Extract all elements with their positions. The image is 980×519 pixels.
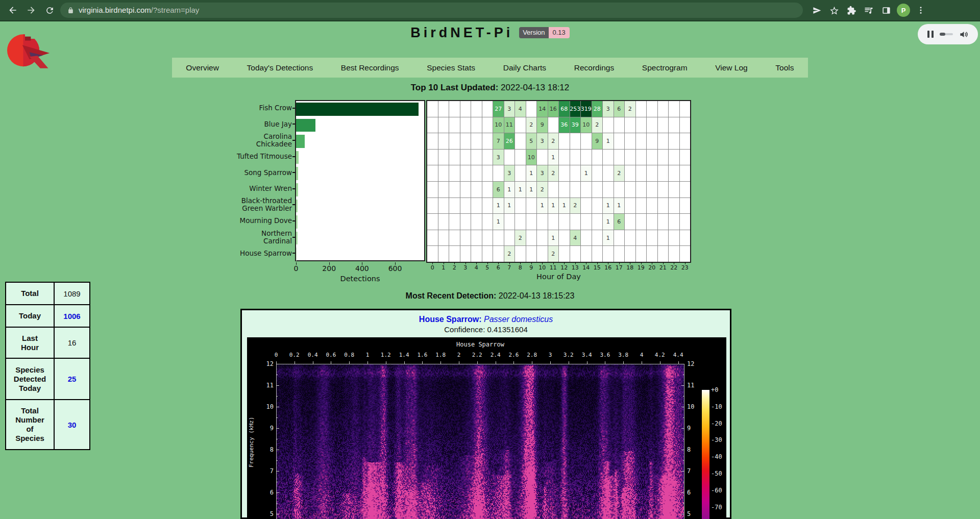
heatmap-cell: 2 [625,101,635,117]
nav-item-overview[interactable]: Overview [183,63,222,72]
url-bar[interactable]: virginia.birdnetpi.com/?stream=play [60,3,803,18]
back-button[interactable] [5,3,20,18]
slider-thumb[interactable] [940,33,945,36]
species-label-text: Mourning Dove [240,217,292,225]
species-label-black-throated-green-warbler: Black-throatedGreen Warbler [204,197,292,213]
url-text: virginia.birdnetpi.com/?stream=play [79,6,199,15]
species-label-northern-cardinal: NorthernCardinal [204,229,292,245]
spectrogram-y-tickmark [276,407,279,407]
heatmap-cell [537,230,548,246]
hour-axis-tick: 22 [670,264,677,271]
heatmap-cell [625,165,635,181]
heatmap-cell: 2 [526,117,537,133]
nav-item-daily-charts[interactable]: Daily Charts [500,63,549,72]
heatmap-cell: 39 [570,117,581,133]
forward-button[interactable] [23,3,39,18]
species-label-text: Song Sparrow [244,169,292,177]
nav-item-recordings[interactable]: Recordings [571,63,617,72]
bar-black-throated-green-warbler [296,200,298,213]
spectrogram-x-tickmark [295,361,295,364]
hour-axis-tick: 1 [442,264,445,271]
spectrogram-x-tickmark [623,361,624,364]
heatmap-cell: 14 [537,101,548,117]
heatmap-cell [427,182,438,197]
heatmap-cell [427,150,438,165]
audio-progress-slider[interactable] [940,33,953,35]
profile-avatar[interactable]: P [896,3,911,18]
playlist-button[interactable] [861,3,876,18]
hour-axis-tick: 9 [529,264,533,271]
heatmap-cell [647,165,657,181]
extensions-button[interactable] [844,3,859,18]
sidebar-button[interactable] [878,3,894,18]
send-button[interactable] [809,3,824,18]
heatmap-cell: 1 [614,198,625,214]
heatmap-cell [515,198,526,214]
heatmap-cell: 10 [493,117,504,133]
stats-table: Total1089Today1006LastHour16SpeciesDetec… [5,282,90,450]
heatmap-cell [449,182,460,197]
stats-value[interactable]: 30 [54,400,90,450]
heatmap-cell [438,246,449,262]
volume-icon[interactable] [959,30,969,39]
spectrogram-y-tick-left: 9 [259,425,274,432]
spectrogram-x-tickmark [368,361,368,364]
heatmap-cell [625,150,635,165]
nav-item-best-recordings[interactable]: Best Recordings [338,63,402,72]
species-label-text: Fish Crow [259,104,292,112]
nav-item-tools[interactable]: Tools [772,63,797,72]
heatmap-cell [658,198,669,214]
version-badge: Version 0.13 [519,27,570,38]
spectrogram-y-tick-left: 12 [259,360,274,367]
pause-icon [932,31,934,38]
pause-button[interactable] [927,31,934,38]
bar-axis-tick: 0 [294,264,299,273]
heatmap-cell [647,182,657,197]
stats-value[interactable]: 1006 [54,305,90,327]
spectrogram-y-tickmark [681,492,684,493]
stats-value[interactable]: 25 [54,358,90,400]
browser-chrome: virginia.birdnetpi.com/?stream=play P [0,0,980,21]
heatmap-cell [570,246,581,262]
heatmap-cell [471,117,482,133]
heatmap-cell [449,101,460,117]
heatmap-cell [647,198,657,214]
heatmap-cell [658,150,669,165]
heatmap-cell [504,214,515,230]
nav-item-today-s-detections[interactable]: Today's Detections [244,63,316,72]
heatmap-cell: 2 [592,117,603,133]
spectrogram-colorbar [702,390,709,519]
heatmap-cell [460,246,471,262]
nav-item-species-stats[interactable]: Species Stats [424,63,478,72]
heatmap-cell: 1 [537,198,548,214]
heatmap-cell [460,101,471,117]
spectrogram-y-tick-left: 5 [259,510,274,517]
heatmap-cell: 3 [537,165,548,181]
spectrogram-y-tickmark [681,385,684,386]
heatmap-cell [658,117,669,133]
header: BirdNET-Pi Version 0.13 [0,24,980,41]
hour-axis-tick: 2 [453,264,456,271]
heatmap-cell [515,246,526,262]
detection-species-link[interactable]: House Sparrow: [419,315,482,324]
heatmap-cell: 2 [570,198,581,214]
lock-icon [67,7,74,14]
pause-icon [927,31,929,38]
nav-item-view-log[interactable]: View Log [712,63,750,72]
heatmap-cell [526,214,537,230]
top10-label: Top 10 Last Updated: [411,83,499,92]
heatmap-cell: 1 [581,165,592,181]
reload-button[interactable] [42,3,57,18]
heatmap-cell [427,101,438,117]
hour-axis-tick: 20 [648,264,655,271]
nav-item-spectrogram[interactable]: Spectrogram [639,63,691,72]
stats-row-total-number-of-species: TotalNumberofSpecies30 [6,400,90,450]
heatmap-cell [537,214,548,230]
heatmap-cell [482,101,493,117]
menu-button[interactable] [913,3,928,18]
species-label-tufted-titmouse: Tufted Titmouse [204,149,292,165]
heatmap-cell [581,182,592,197]
stats-row-species-detected-today: SpeciesDetectedToday25 [6,358,90,400]
bookmark-button[interactable] [826,3,842,18]
avatar: P [897,4,910,17]
